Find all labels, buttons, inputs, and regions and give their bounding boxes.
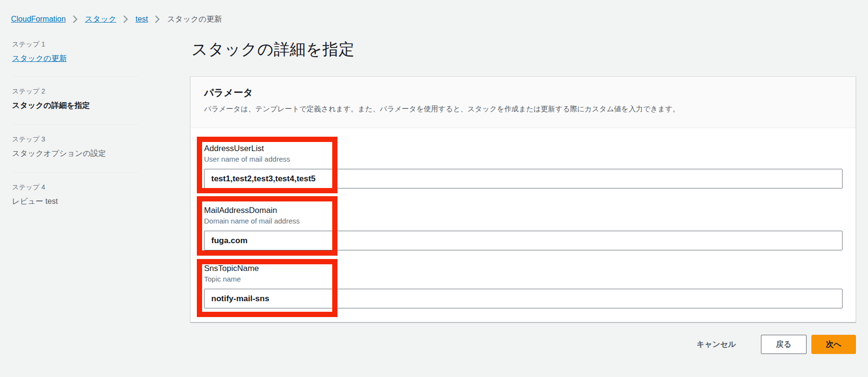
back-button[interactable]: 戻る	[761, 335, 807, 354]
sidebar-divider	[12, 76, 138, 77]
parameter-input-addressuserlist[interactable]	[204, 169, 843, 188]
parameter-description: Domain name of mail address	[204, 217, 843, 225]
step-1-link[interactable]: スタックの更新	[12, 54, 67, 63]
parameters-panel: パラメータ パラメータは、テンプレートで定義されます。また、パラメータを使用する…	[190, 76, 856, 322]
parameter-description: User name of mail address	[204, 155, 843, 164]
breadcrumb-link-cloudformation[interactable]: CloudFormation	[11, 14, 66, 24]
breadcrumb-current: スタックの更新	[167, 14, 222, 24]
step-1-label: ステップ 1	[12, 39, 45, 49]
parameter-description: Topic name	[204, 275, 843, 283]
step-2-label: ステップ 2	[12, 86, 45, 96]
parameter-group-mailaddressdomain: MailAddressDomain Domain name of mail ad…	[204, 206, 843, 250]
chevron-right-icon	[73, 15, 78, 23]
parameter-input-snstopicname[interactable]	[204, 289, 843, 308]
parameter-name: MailAddressDomain	[204, 206, 843, 215]
parameter-input-mailaddressdomain[interactable]	[204, 231, 843, 250]
parameters-panel-description: パラメータは、テンプレートで定義されます。また、パラメータを使用すると、スタック…	[204, 104, 680, 114]
step-2-title-current: スタックの詳細を指定	[12, 101, 90, 110]
parameters-panel-title: パラメータ	[204, 87, 253, 98]
sidebar-divider	[12, 124, 138, 125]
chevron-right-icon	[155, 15, 160, 23]
sidebar-divider	[12, 172, 138, 173]
cloudformation-update-stack-page: CloudFormation スタック test スタックの更新 ステップ 1 …	[0, 0, 868, 377]
step-4-label: ステップ 4	[12, 182, 45, 192]
breadcrumb: CloudFormation スタック test スタックの更新	[11, 14, 222, 24]
next-button[interactable]: 次へ	[811, 335, 856, 354]
breadcrumb-link-stack-test[interactable]: test	[135, 14, 148, 24]
step-3-title: スタックオプションの設定	[12, 149, 106, 158]
step-3-label: ステップ 3	[12, 134, 45, 144]
step-4-title: レビュー test	[12, 197, 58, 206]
parameter-group-snstopicname: SnsTopicName Topic name	[204, 264, 843, 308]
parameter-group-addressuserlist: AddressUserList User name of mail addres…	[204, 144, 843, 188]
parameter-name: SnsTopicName	[204, 264, 843, 273]
chevron-right-icon	[123, 15, 128, 23]
cancel-button[interactable]: キャンセル	[697, 339, 736, 350]
parameters-panel-header: パラメータ パラメータは、テンプレートで定義されます。また、パラメータを使用する…	[191, 77, 856, 128]
parameter-name: AddressUserList	[204, 144, 843, 153]
breadcrumb-link-stacks[interactable]: スタック	[85, 14, 117, 24]
page-title: スタックの詳細を指定	[192, 38, 355, 60]
